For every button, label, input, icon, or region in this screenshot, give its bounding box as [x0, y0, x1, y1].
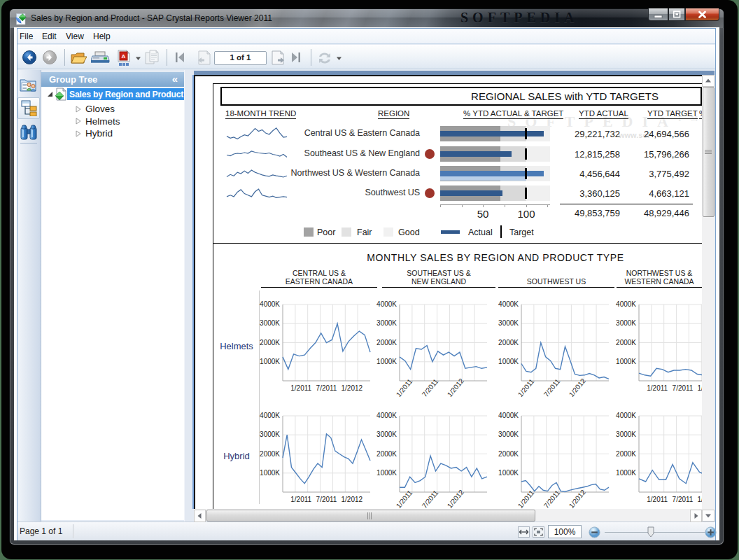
svg-text:A: A	[122, 53, 126, 59]
